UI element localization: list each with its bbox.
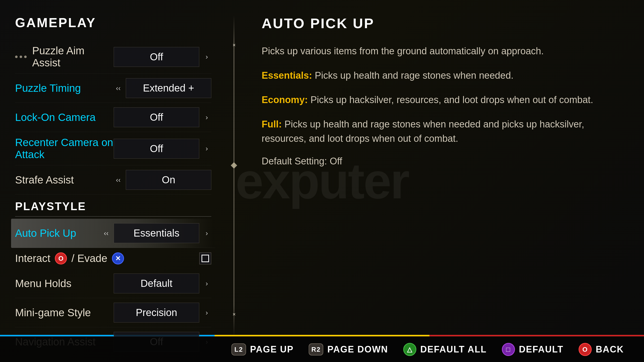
puzzle-aim-assist-row[interactable]: Puzzle Aim Assist Off › [15,40,211,74]
puzzle-aim-assist-value: Off [114,47,199,67]
track-x-top: ✕ [232,43,236,48]
full-text: Full: Picks up health and rage stones wh… [262,117,624,146]
strafe-assist-value: On [126,170,211,190]
circle-back-icon: O [579,343,592,356]
recenter-camera-label: Recenter Camera on Attack [15,137,114,161]
right-panel-title: AUTO PICK UP [262,15,624,31]
recenter-camera-value-box[interactable]: Off › [114,139,211,159]
essentials-section: Essentials: Picks up health and rage sto… [262,68,624,83]
strafe-assist-arrow-left[interactable]: ‹‹ [114,175,123,185]
auto-pick-up-row[interactable]: Auto Pick Up ‹‹ Essentials › [11,219,215,248]
full-label: Full: [262,119,282,129]
bottom-bar: L2 PAGE UP R2 PAGE DOWN △ DEFAULT ALL □ … [0,337,644,362]
mini-game-style-label: Mini-game Style [15,307,114,319]
auto-pick-up-arrow-right[interactable]: › [202,229,211,238]
default-btn[interactable]: □ DEFAULT [502,343,564,356]
auto-pick-up-label: Auto Pick Up [15,227,102,239]
interact-square-icon [199,252,211,264]
puzzle-timing-label: Puzzle Timing [15,82,114,94]
mini-game-style-arrow-right[interactable]: › [202,308,211,317]
vertical-track: ✕ ✕ [226,15,242,337]
essentials-label: Essentials: [262,70,312,81]
default-all-btn[interactable]: △ DEFAULT ALL [403,343,487,356]
page-up-label: PAGE UP [250,344,294,355]
mini-game-style-row[interactable]: Mini-game Style Precision › [15,298,211,327]
strafe-assist-row[interactable]: Strafe Assist ‹‹ On [15,165,211,195]
description-main: Picks up various items from the ground a… [262,44,624,58]
auto-pick-up-value: Essentials [114,223,199,243]
recenter-camera-arrow-right[interactable]: › [202,144,211,153]
puzzle-timing-value: Extended + [126,78,211,98]
lock-on-camera-arrow-right[interactable]: › [202,113,211,122]
recenter-camera-row[interactable]: Recenter Camera on Attack Off › [15,132,211,165]
menu-holds-row[interactable]: Menu Holds Default › [15,269,211,298]
circle-button-icon: O [55,252,67,264]
page-down-label: PAGE DOWN [327,344,388,355]
puzzle-timing-value-box[interactable]: ‹‹ Extended + [114,78,211,98]
menu-holds-label: Menu Holds [15,278,114,290]
lock-on-camera-value: Off [114,107,199,127]
recenter-camera-value: Off [114,139,199,159]
interact-label: Interact [15,252,50,264]
full-section: Full: Picks up health and rage stones wh… [262,117,624,146]
strafe-assist-label: Strafe Assist [15,174,114,186]
puzzle-aim-assist-arrow-right[interactable]: › [202,52,211,61]
square-inner [202,255,209,262]
gameplay-title: GAMEPLAY [15,15,211,30]
settings-list: Puzzle Aim Assist Off › Puzzle Timing ‹‹… [15,40,211,362]
auto-pick-up-value-box[interactable]: ‹‹ Essentials › [102,223,211,243]
lock-on-camera-row[interactable]: Lock-On Camera Off › [15,103,211,132]
essentials-text: Essentials: Picks up health and rage sto… [262,68,624,83]
square-button-icon: □ [502,343,515,356]
triangle-button-icon: △ [403,343,416,356]
strafe-assist-value-box[interactable]: ‹‹ On [114,170,211,190]
mini-game-style-value: Precision [114,303,199,323]
lock-on-camera-value-box[interactable]: Off › [114,107,211,127]
track-diamond-mid [232,163,236,168]
default-all-label: DEFAULT ALL [420,344,487,355]
track-x-bottom: ✕ [232,312,236,317]
evade-label: / Evade [71,252,107,264]
playstyle-title: PLAYSTYLE [15,200,86,213]
interact-evade-row[interactable]: Interact O / Evade ✕ [15,248,211,269]
menu-holds-value-box[interactable]: Default › [114,274,211,293]
playstyle-divider [15,216,211,217]
main-container: GAMEPLAY Puzzle Aim Assist Off › Puzzle … [0,0,644,362]
right-panel: AUTO PICK UP Picks up various items from… [242,15,644,337]
puzzle-aim-assist-label: Puzzle Aim Assist [15,45,114,69]
cross-button-icon: ✕ [112,252,124,264]
interact-left: Interact O / Evade ✕ [15,252,124,264]
dots-indicator [15,56,27,58]
back-label: BACK [596,344,624,355]
page-down-btn[interactable]: R2 PAGE DOWN [309,343,388,355]
puzzle-timing-arrow-left[interactable]: ‹‹ [114,84,123,93]
default-label: DEFAULT [519,344,564,355]
left-panel: GAMEPLAY Puzzle Aim Assist Off › Puzzle … [0,15,226,337]
economy-section: Economy: Picks up hacksilver, resources,… [262,93,624,107]
puzzle-timing-row[interactable]: Puzzle Timing ‹‹ Extended + [15,74,211,103]
page-up-btn[interactable]: L2 PAGE UP [231,343,294,355]
back-btn[interactable]: O BACK [579,343,624,356]
economy-label: Economy: [262,95,308,105]
menu-holds-value: Default [114,274,199,293]
track-line [234,15,234,337]
mini-game-style-value-box[interactable]: Precision › [114,303,211,323]
economy-text: Economy: Picks up hacksilver, resources,… [262,93,624,107]
r2-trigger-icon: R2 [309,343,323,355]
puzzle-aim-assist-value-box[interactable]: Off › [114,47,211,67]
menu-holds-arrow-right[interactable]: › [202,279,211,288]
auto-pick-up-arrow-left[interactable]: ‹‹ [102,229,111,238]
playstyle-header-row: PLAYSTYLE [15,195,211,215]
default-setting-text: Default Setting: Off [262,156,624,167]
lock-on-camera-label: Lock-On Camera [15,111,114,123]
l2-trigger-icon: L2 [231,343,246,355]
